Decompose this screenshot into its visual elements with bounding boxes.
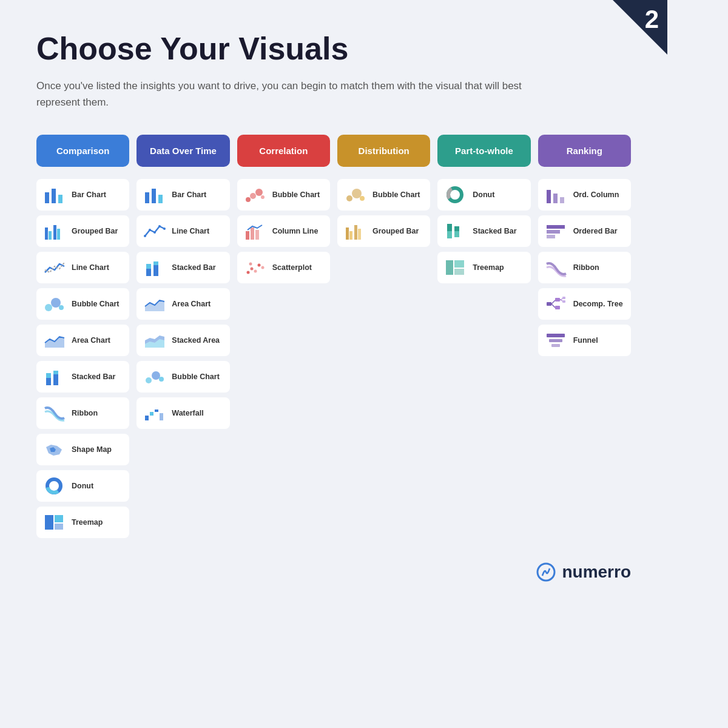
list-item[interactable]: Bubble Chart [136, 361, 229, 393]
svg-rect-61 [354, 225, 357, 240]
chart-label: Waterfall [172, 409, 203, 417]
list-item[interactable]: Funnel [538, 325, 631, 356]
chart-label: Donut [72, 482, 93, 490]
chart-label: Ordered Bar [573, 227, 618, 235]
list-item[interactable]: Grouped Bar [36, 215, 129, 247]
list-item[interactable]: Donut [36, 470, 129, 502]
bubble-chart-2-icon [143, 367, 166, 386]
svg-rect-67 [447, 231, 452, 238]
bubble-corr-icon [243, 185, 266, 204]
category-distribution[interactable]: Distribution [337, 135, 430, 167]
list-item[interactable]: Area Chart [136, 288, 229, 320]
chart-label: Grouped Bar [372, 227, 419, 235]
list-item[interactable]: Stacked Bar [136, 252, 229, 283]
svg-point-25 [149, 229, 151, 231]
list-item[interactable]: Ribbon [538, 252, 631, 283]
list-item[interactable]: Scatterplot [237, 252, 330, 283]
category-parttowhole[interactable]: Part-to-whole [437, 135, 530, 167]
svg-rect-49 [255, 230, 259, 240]
columns-row: Bar Chart Grouped Bar Line Chart Bubble … [36, 179, 631, 538]
ord-column-icon [544, 185, 567, 204]
list-item[interactable]: Area Chart [36, 325, 129, 356]
svg-rect-69 [454, 231, 459, 237]
donut-icon [42, 476, 66, 496]
svg-rect-31 [153, 265, 158, 276]
svg-rect-21 [145, 192, 149, 203]
bar-chart-icon [42, 185, 66, 204]
svg-rect-75 [560, 197, 564, 203]
svg-rect-11 [46, 378, 51, 385]
list-item[interactable]: Stacked Bar [36, 361, 129, 393]
category-correlation[interactable]: Correlation [237, 135, 330, 167]
svg-rect-20 [55, 524, 63, 530]
svg-rect-74 [553, 194, 558, 203]
svg-point-38 [159, 377, 164, 382]
chart-label: Shape Map [72, 445, 112, 454]
svg-rect-41 [155, 410, 158, 412]
list-item[interactable]: Line Chart [136, 215, 229, 247]
line-chart-dot-icon [143, 221, 166, 241]
column-distribution: Bubble Chart Grouped Bar [337, 179, 430, 247]
category-ranking[interactable]: Ranking [538, 135, 631, 167]
list-item[interactable]: Line Chart [36, 252, 129, 283]
chart-label: Funnel [573, 336, 598, 345]
svg-rect-88 [547, 334, 565, 337]
list-item[interactable]: Decomp. Tree [538, 288, 631, 320]
column-comparison: Bar Chart Grouped Bar Line Chart Bubble … [36, 179, 129, 538]
grouped-bar-icon [42, 221, 66, 241]
chart-label: Grouped Bar [72, 227, 118, 235]
svg-point-17 [50, 482, 58, 490]
numerro-logo-icon [536, 562, 556, 582]
list-item[interactable]: Bubble Chart [36, 288, 129, 320]
treemap-ptw-icon [443, 258, 467, 277]
list-item[interactable]: Grouped Bar [337, 215, 430, 247]
list-item[interactable]: Waterfall [136, 397, 229, 429]
svg-point-43 [246, 197, 251, 202]
svg-rect-60 [349, 231, 352, 240]
svg-rect-82 [555, 298, 560, 302]
list-item[interactable]: Treemap [437, 252, 530, 283]
svg-rect-13 [53, 374, 58, 385]
scatterplot-icon [243, 258, 266, 277]
list-item[interactable]: Stacked Area [136, 325, 229, 356]
category-comparison[interactable]: Comparison [36, 135, 129, 167]
list-item[interactable]: Bubble Chart [337, 179, 430, 211]
chart-label: Line Chart [72, 263, 109, 272]
list-item[interactable]: Ordered Bar [538, 215, 631, 247]
list-item[interactable]: Treemap [36, 507, 129, 538]
svg-point-54 [261, 266, 264, 269]
svg-rect-62 [358, 229, 361, 240]
chart-label: Scatterplot [272, 263, 312, 272]
stacked-area-icon [143, 331, 166, 350]
svg-rect-47 [246, 231, 249, 240]
list-item[interactable]: Bar Chart [36, 179, 129, 211]
list-item[interactable]: Bar Chart [136, 179, 229, 211]
list-item[interactable]: Ord. Column [538, 179, 631, 211]
svg-point-46 [261, 195, 265, 199]
page-title: Choose Your Visuals [36, 30, 631, 67]
list-item[interactable]: Stacked Bar [437, 215, 530, 247]
list-item[interactable]: Bubble Chart [237, 179, 330, 211]
category-dataovertime[interactable]: Data Over Time [136, 135, 229, 167]
list-item[interactable]: Shape Map [36, 434, 129, 465]
svg-rect-0 [45, 192, 49, 203]
svg-point-37 [152, 371, 160, 380]
line-chart-icon [42, 258, 66, 277]
stacked-bar-icon [42, 367, 66, 386]
svg-rect-1 [52, 189, 56, 203]
svg-rect-39 [145, 416, 149, 420]
shape-map-icon [42, 440, 66, 459]
donut-ptw-icon [443, 185, 467, 204]
chart-label: Area Chart [72, 336, 110, 345]
list-item[interactable]: Donut [437, 179, 530, 211]
bubble-chart-icon [42, 294, 66, 314]
svg-rect-32 [153, 261, 158, 265]
list-item[interactable]: Column Line [237, 215, 330, 247]
chart-label: Bubble Chart [272, 190, 320, 199]
list-item[interactable]: Ribbon [36, 397, 129, 429]
column-dataovertime: Bar Chart Line Chart Stacked Bar Area Ch… [136, 179, 229, 429]
svg-point-24 [144, 235, 146, 237]
decomp-tree-icon [544, 294, 567, 314]
svg-rect-89 [549, 339, 562, 342]
chart-label: Line Chart [172, 227, 209, 235]
